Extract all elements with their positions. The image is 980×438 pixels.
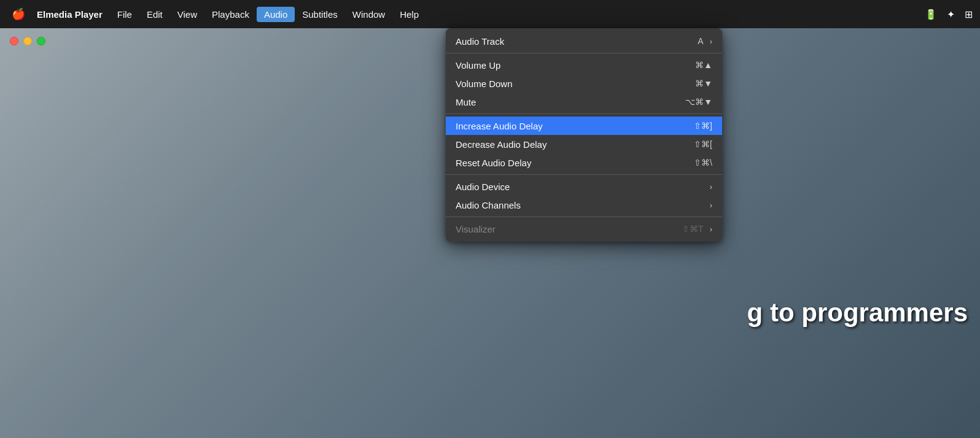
menu-item-reset-audio-delay-label: Reset Audio Delay [456, 158, 694, 168]
subtitle-text: g to programmers [747, 298, 968, 328]
minimize-button[interactable] [23, 37, 32, 45]
apple-menu-icon[interactable]: 🍎 [7, 7, 29, 21]
separator-4 [446, 217, 722, 217]
menu-item-volume-up-shortcut: ⌘▲ [695, 60, 712, 70]
separator-2 [446, 113, 722, 114]
menu-item-volume-down[interactable]: Volume Down ⌘▼ [446, 74, 722, 93]
close-button[interactable] [10, 37, 18, 45]
menubar-item-subtitles[interactable]: Subtitles [295, 7, 345, 22]
menu-item-volume-down-label: Volume Down [456, 79, 695, 89]
menu-item-audio-channels-label: Audio Channels [456, 200, 705, 210]
battery-icon: 🔋 [925, 9, 937, 20]
menu-item-audio-channels-shortcut: › [705, 201, 712, 210]
menu-item-volume-down-shortcut: ⌘▼ [695, 79, 712, 88]
menubar-item-help[interactable]: Help [392, 7, 426, 22]
menu-item-decrease-audio-delay-shortcut: ⇧⌘[ [694, 139, 712, 149]
audio-device-arrow-icon: › [710, 182, 712, 191]
menubar-item-file[interactable]: File [110, 7, 139, 22]
menu-item-audio-device[interactable]: Audio Device › [446, 177, 722, 196]
menubar-item-playback[interactable]: Playback [204, 7, 257, 22]
menu-item-audio-track-label: Audio Track [456, 36, 698, 47]
menubar-item-audio[interactable]: Audio [257, 7, 295, 22]
menu-item-decrease-audio-delay[interactable]: Decrease Audio Delay ⇧⌘[ [446, 135, 722, 153]
dropbox-icon: ✦ [947, 9, 955, 20]
separator-1 [446, 53, 722, 53]
traffic-lights [10, 28, 45, 45]
audio-track-arrow-icon: › [710, 37, 712, 46]
menubar-item-edit[interactable]: Edit [139, 7, 170, 22]
audio-channels-arrow-icon: › [710, 201, 712, 210]
menu-item-volume-up[interactable]: Volume Up ⌘▲ [446, 56, 722, 74]
menu-item-volume-up-label: Volume Up [456, 60, 695, 71]
menu-item-increase-audio-delay-label: Increase Audio Delay [456, 121, 694, 131]
menubar-item-app[interactable]: Elmedia Player [29, 7, 110, 22]
menu-item-mute[interactable]: Mute ⌥⌘▼ [446, 93, 722, 111]
menu-item-audio-channels[interactable]: Audio Channels › [446, 196, 722, 214]
menu-item-decrease-audio-delay-label: Decrease Audio Delay [456, 139, 694, 150]
menu-item-visualizer-shortcut: ⇧⌘T › [682, 224, 712, 234]
menu-item-audio-track[interactable]: Audio Track A › [446, 32, 722, 50]
menubar-item-view[interactable]: View [170, 7, 204, 22]
screen-icon: ⊞ [965, 9, 973, 20]
menu-item-increase-audio-delay-shortcut: ⇧⌘] [694, 121, 712, 131]
menu-item-mute-label: Mute [456, 97, 685, 107]
menu-item-reset-audio-delay[interactable]: Reset Audio Delay ⇧⌘\ [446, 153, 722, 172]
menu-item-visualizer[interactable]: Visualizer ⇧⌘T › [446, 220, 722, 238]
menu-item-visualizer-label: Visualizer [456, 224, 682, 234]
menubar-item-window[interactable]: Window [345, 7, 392, 22]
menu-item-reset-audio-delay-shortcut: ⇧⌘\ [694, 158, 712, 167]
menu-item-audio-device-shortcut: › [705, 182, 712, 191]
menu-item-increase-audio-delay[interactable]: Increase Audio Delay ⇧⌘] [446, 117, 722, 135]
visualizer-arrow-icon: › [710, 225, 712, 234]
menu-item-audio-track-shortcut: A › [698, 36, 712, 46]
maximize-button[interactable] [37, 37, 45, 45]
audio-dropdown-menu: Audio Track A › Volume Up ⌘▲ Volume Down… [446, 28, 722, 242]
menu-item-mute-shortcut: ⌥⌘▼ [685, 97, 712, 107]
separator-3 [446, 174, 722, 175]
menubar: 🍎 Elmedia Player File Edit View Playback… [0, 0, 980, 28]
menubar-right: 🔋 ✦ ⊞ [925, 9, 973, 20]
menu-item-audio-device-label: Audio Device [456, 182, 705, 192]
